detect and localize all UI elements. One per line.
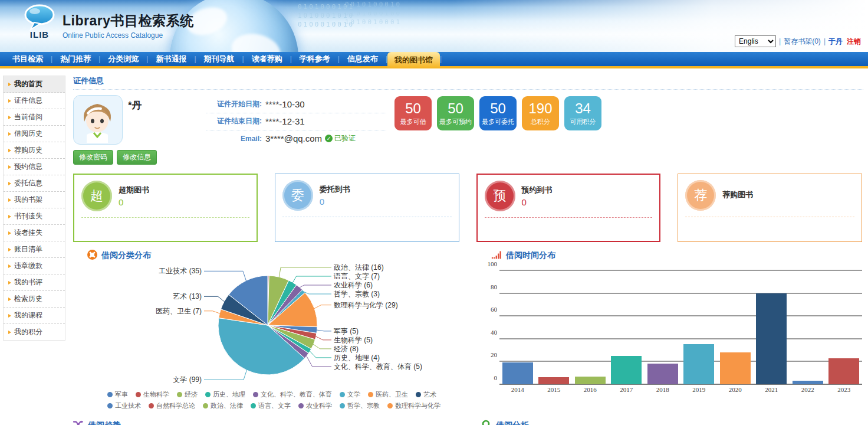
sidebar-item[interactable]: 当前借阅: [4, 109, 65, 126]
username-link[interactable]: 于丹: [828, 37, 843, 47]
pie-label: 农业科学 (6): [334, 281, 373, 289]
sidebar-item[interactable]: 检索历史: [4, 291, 65, 308]
sidebar-item[interactable]: 我的书架: [4, 192, 65, 208]
temp-bookshelf-link[interactable]: 暂存书架(0): [784, 37, 821, 47]
legend-item[interactable]: 军事: [107, 390, 128, 399]
sidebar-item[interactable]: 我的积分: [4, 324, 65, 340]
status-card: 超 超期图书 0: [73, 174, 258, 242]
status-card: 预 预约到书 0: [476, 174, 661, 242]
legend-item[interactable]: 政治、法律: [203, 401, 243, 410]
sidebar-item[interactable]: 荐购历史: [4, 142, 65, 159]
pie-label-line: [204, 311, 220, 314]
nav-item[interactable]: 书目检索: [5, 51, 51, 67]
stat-badges: 50 最多可借 50 最多可预约 50 最多可委托 190 总积分 34 可用积…: [394, 96, 601, 130]
legend-item[interactable]: 工业技术: [107, 401, 141, 410]
logo: ILIB Library书目检索系统 Online Public Access …: [20, 4, 193, 40]
sidebar-item[interactable]: 预约信息: [4, 159, 65, 175]
card-circle-icon: 预: [485, 181, 515, 211]
speech-bubble-logo-icon: [22, 4, 57, 33]
pie-label: 语言、文字 (7): [333, 272, 380, 280]
arrow-bullet-icon: [8, 116, 11, 119]
arrow-bullet-icon: [8, 314, 11, 318]
user-display-name: *丹: [128, 99, 142, 145]
arrow-bullet-icon: [8, 182, 11, 185]
analysis-section: 借阅分析: [471, 420, 863, 425]
legend-dot: [107, 403, 113, 408]
nav-item[interactable]: 期刊导航: [196, 51, 242, 67]
legend-item[interactable]: 生物科学: [136, 390, 169, 399]
legend-item[interactable]: 语言、文字: [251, 401, 291, 410]
field-row: 证件开始日期: ****-10-30 ✓: [206, 96, 386, 113]
status-card: 荐 荐购图书: [678, 174, 862, 242]
legend-item[interactable]: 文学: [340, 390, 360, 399]
trend-section: 借阅趋势 40: [73, 420, 471, 425]
sidebar-item[interactable]: 我的书评: [4, 274, 65, 291]
nav-item[interactable]: 热门推荐: [52, 51, 98, 67]
card-circle-icon: 委: [282, 180, 313, 211]
logout-link[interactable]: 注销: [847, 37, 861, 47]
bar-2019: [683, 344, 714, 384]
legend-item[interactable]: 哲学、宗教: [340, 401, 380, 410]
arrow-bullet-icon: [8, 231, 11, 235]
pie-label-line: [314, 305, 331, 309]
pie-legend: 军事 生物科学 经济 历史、地理 文化、科学、教育、体育 文学 医药、卫生: [107, 390, 445, 410]
x-axis-tick-label: 2018: [647, 386, 678, 393]
pie-label: 文学 (99): [173, 375, 202, 384]
status-card: 委 委托到书 0: [275, 174, 459, 242]
profile-edit-button[interactable]: 修改信息: [117, 150, 157, 165]
lifebuoy-icon: [87, 250, 97, 261]
bar-2021: [756, 293, 787, 384]
logo-text: ILIB: [30, 30, 49, 40]
pie-label-line: [310, 351, 331, 358]
sidebar-item[interactable]: 账目清单: [4, 241, 65, 258]
sidebar-item[interactable]: 证件信息: [4, 93, 65, 109]
arrow-bullet-icon: [8, 198, 11, 202]
arrow-bullet-icon: [8, 99, 11, 103]
y-axis-tick-label: 40: [481, 329, 497, 336]
arrow-bullet-icon: [8, 149, 11, 152]
nav-item[interactable]: 分类浏览: [100, 51, 146, 67]
language-select[interactable]: Englis: [735, 35, 776, 47]
nav-item[interactable]: 信息发布: [340, 51, 386, 67]
nav-item[interactable]: 我的图书馆: [387, 52, 440, 68]
legend-dot: [298, 403, 304, 408]
legend-item[interactable]: 自然科学总论: [149, 401, 195, 410]
pie-label-line: [303, 292, 331, 294]
bar-2023: [828, 358, 859, 384]
nav-item[interactable]: 学科参考: [292, 51, 338, 67]
legend-dot: [340, 403, 345, 408]
pie-label: 军事 (5): [334, 327, 359, 335]
sidebar-item[interactable]: 我的课程: [4, 308, 65, 324]
pie-label-line: [315, 336, 331, 340]
field-row: Email: 3****@qq.com ✓已验证: [206, 130, 386, 147]
sidebar-item[interactable]: 借阅历史: [4, 126, 65, 142]
sidebar-item[interactable]: 我的首页: [4, 76, 65, 93]
trend-chart-title: 借阅趋势: [88, 420, 121, 425]
pie-label: 政治、法律 (16): [334, 263, 384, 272]
stat-badge: 34 可用积分: [564, 96, 601, 130]
legend-item[interactable]: 农业科学: [298, 401, 332, 410]
legend-item[interactable]: 文化、科学、教育、体育: [253, 390, 332, 399]
sidebar-item[interactable]: 委托信息: [4, 175, 65, 192]
legend-item[interactable]: 数理科学与化学: [387, 401, 440, 410]
pie-label-line: [204, 296, 225, 302]
bar-chart-title: 借阅时间分布: [506, 250, 555, 261]
binary-pattern-decoration: 0010100010 0101000100 1010010001: [345, 0, 402, 27]
shuffle-icon: [73, 420, 84, 425]
nav-item[interactable]: 新书通报: [148, 51, 194, 67]
arrow-bullet-icon: [8, 264, 11, 268]
sidebar-item[interactable]: 违章缴款: [4, 258, 65, 274]
nav-item[interactable]: 读者荐购: [244, 51, 290, 67]
x-axis-tick-label: 2014: [502, 386, 533, 393]
legend-dot: [368, 392, 373, 397]
legend-item[interactable]: 历史、地理: [205, 390, 245, 399]
legend-item[interactable]: 经济: [177, 390, 198, 399]
stat-badge: 50 最多可委托: [479, 96, 517, 130]
legend-dot: [107, 392, 113, 397]
legend-item[interactable]: 艺术: [416, 390, 436, 399]
legend-item[interactable]: 医药、卫生: [368, 390, 408, 399]
profile-edit-button[interactable]: 修改密码: [73, 150, 113, 165]
sidebar-item[interactable]: 读者挂失: [4, 225, 65, 241]
sidebar-item[interactable]: 书刊遗失: [4, 208, 65, 225]
legend-dot: [253, 392, 258, 397]
